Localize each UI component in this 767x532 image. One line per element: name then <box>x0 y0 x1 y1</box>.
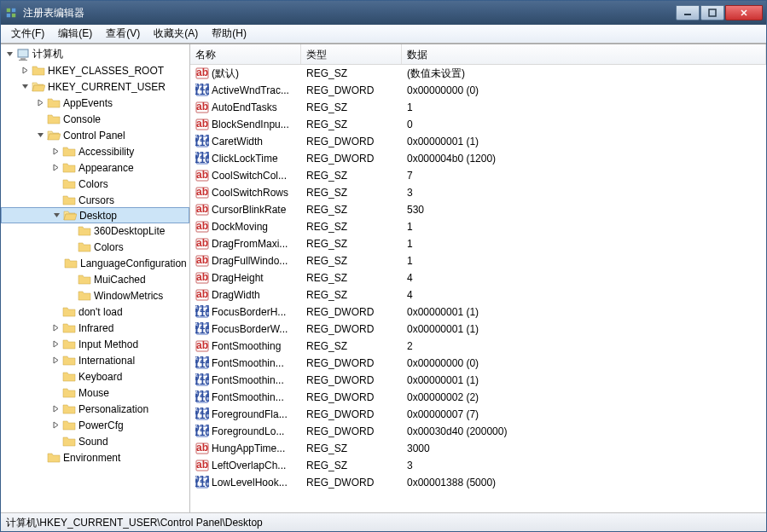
value-type: REG_SZ <box>301 170 402 182</box>
tree-node[interactable]: AppEvents <box>1 95 189 111</box>
tree-toggle-icon[interactable] <box>49 324 62 332</box>
column-header-type[interactable]: 类型 <box>301 44 402 64</box>
list-row[interactable]: abDragFromMaxi...REG_SZ1 <box>190 235 766 252</box>
list-row[interactable]: abBlockSendInpu...REG_SZ0 <box>190 116 766 133</box>
list-row[interactable]: 011110LowLevelHook...REG_DWORD0x00001388… <box>190 474 766 491</box>
list-header: 名称 类型 数据 <box>190 44 766 65</box>
list-row[interactable]: 011110ActiveWndTrac...REG_DWORD0x0000000… <box>190 82 766 99</box>
list-row[interactable]: 011110FocusBorderW...REG_DWORD0x00000001… <box>190 321 766 338</box>
menu-help[interactable]: 帮助(H) <box>205 25 253 43</box>
menu-edit[interactable]: 编辑(E) <box>51 25 99 43</box>
tree-toggle-icon[interactable] <box>33 131 47 139</box>
tree-node[interactable]: Control Panel <box>1 127 189 143</box>
tree-node[interactable]: Desktop <box>1 207 189 223</box>
tree-toggle-icon[interactable] <box>49 356 62 364</box>
list-row[interactable]: ab(默认)REG_SZ(数值未设置) <box>190 65 766 82</box>
list-row[interactable]: 011110FontSmoothin...REG_DWORD0x00000001… <box>190 372 766 389</box>
maximize-button[interactable] <box>700 5 724 20</box>
folder-icon <box>62 402 76 416</box>
tree-node[interactable]: Console <box>1 111 189 127</box>
tree-node[interactable]: Cursors <box>1 192 189 208</box>
tree-toggle-icon[interactable] <box>49 421 62 429</box>
list-row[interactable]: abDragWidthREG_SZ4 <box>190 286 766 304</box>
tree-node[interactable]: Keyboard <box>1 368 189 385</box>
column-header-data[interactable]: 数据 <box>402 44 766 64</box>
menu-favorites[interactable]: 收藏夹(A) <box>147 25 205 43</box>
tree-node[interactable]: Sound <box>1 433 189 449</box>
list-row[interactable]: abHungAppTime...REG_SZ3000 <box>190 440 766 457</box>
value-type: REG_DWORD <box>301 408 402 420</box>
list-row[interactable]: abCoolSwitchRowsREG_SZ3 <box>190 184 766 201</box>
string-value-icon: ab <box>195 459 209 472</box>
list-row[interactable]: abCoolSwitchCol...REG_SZ7 <box>190 167 766 184</box>
svg-text:110: 110 <box>195 85 209 97</box>
tree-node[interactable]: PowerCfg <box>1 417 189 433</box>
tree-node[interactable]: MuiCached <box>1 271 189 287</box>
close-button[interactable] <box>725 5 763 20</box>
value-data: (数值未设置) <box>402 66 766 81</box>
folder-icon <box>62 338 76 351</box>
value-name: LeftOverlapCh... <box>212 460 286 471</box>
svg-text:110: 110 <box>195 426 209 438</box>
list-row[interactable]: 011110ClickLockTimeREG_DWORD0x000004b0 (… <box>190 150 766 167</box>
tree-toggle-icon[interactable] <box>18 83 32 90</box>
list-row[interactable]: 011110FocusBorderH...REG_DWORD0x00000001… <box>190 304 766 321</box>
svg-text:110: 110 <box>195 392 209 404</box>
menu-view[interactable]: 查看(V) <box>99 25 147 43</box>
list-row[interactable]: abAutoEndTasksREG_SZ1 <box>190 99 766 116</box>
tree-node[interactable]: Input Method <box>1 336 189 352</box>
tree-root[interactable]: 计算机 <box>1 46 189 62</box>
folder-icon <box>32 64 45 78</box>
list-row[interactable]: 011110FontSmoothin...REG_DWORD0x00000000… <box>190 355 766 372</box>
tree-node[interactable]: HKEY_CLASSES_ROOT <box>1 62 189 78</box>
string-value-icon: ab <box>195 237 209 251</box>
tree-node[interactable]: Infrared <box>1 320 189 336</box>
list-row[interactable]: abCursorBlinkRateREG_SZ530 <box>190 201 766 218</box>
tree-node[interactable]: Colors <box>1 176 189 192</box>
menu-file[interactable]: 文件(F) <box>4 25 51 43</box>
list-row[interactable]: abFontSmoothingREG_SZ2 <box>190 338 766 355</box>
list-pane[interactable]: 名称 类型 数据 ab(默认)REG_SZ(数值未设置)011110Active… <box>190 44 766 512</box>
list-row[interactable]: abDragHeightREG_SZ4 <box>190 269 766 286</box>
tree-node[interactable]: Mouse <box>1 385 189 401</box>
list-row[interactable]: abDragFullWindo...REG_SZ1 <box>190 252 766 269</box>
tree-node[interactable]: International <box>1 352 189 368</box>
value-data: 2 <box>402 340 766 352</box>
list-row[interactable]: 011110FontSmoothin...REG_DWORD0x00000002… <box>190 389 766 406</box>
string-value-icon: ab <box>195 442 209 455</box>
value-data: 1 <box>402 238 766 250</box>
tree-node[interactable]: 360DesktopLite <box>1 223 189 239</box>
tree-node[interactable]: LanguageConfiguration <box>1 255 189 271</box>
tree-pane[interactable]: 计算机HKEY_CLASSES_ROOTHKEY_CURRENT_USERApp… <box>1 44 190 512</box>
tree-label: AppEvents <box>63 97 116 109</box>
tree-node[interactable]: Personalization <box>1 401 189 417</box>
minimize-button[interactable] <box>676 5 700 20</box>
tree-toggle-icon[interactable] <box>18 66 32 74</box>
tree-node[interactable]: Accessibility <box>1 143 189 159</box>
svg-text:ab: ab <box>196 101 208 113</box>
list-row[interactable]: abLeftOverlapCh...REG_SZ3 <box>190 457 766 474</box>
tree-toggle-icon[interactable] <box>49 147 62 155</box>
column-header-name[interactable]: 名称 <box>190 44 301 64</box>
dword-value-icon: 011110 <box>195 356 209 370</box>
tree-node[interactable]: Colors <box>1 239 189 255</box>
value-type: REG_DWORD <box>301 425 402 437</box>
list-row[interactable]: 011110ForegroundFla...REG_DWORD0x0000000… <box>190 406 766 423</box>
value-data: 0x00000000 (0) <box>402 84 766 96</box>
tree-toggle-icon[interactable] <box>33 99 47 107</box>
tree-node[interactable]: WindowMetrics <box>1 287 189 304</box>
list-row[interactable]: 011110ForegroundLo...REG_DWORD0x00030d40… <box>190 423 766 440</box>
tree-node[interactable]: Appearance <box>1 159 189 176</box>
tree-toggle-icon[interactable] <box>49 164 62 171</box>
tree-toggle-icon[interactable] <box>49 405 62 413</box>
titlebar[interactable]: 注册表编辑器 <box>1 1 766 25</box>
list-row[interactable]: abDockMovingREG_SZ1 <box>190 218 766 235</box>
tree-node[interactable]: HKEY_CURRENT_USER <box>1 78 189 95</box>
list-row[interactable]: 011110CaretWidthREG_DWORD0x00000001 (1) <box>190 133 766 150</box>
tree-toggle-icon[interactable] <box>3 50 16 58</box>
tree-toggle-icon[interactable] <box>49 340 62 348</box>
tree-label: WindowMetrics <box>94 290 166 302</box>
tree-node[interactable]: Environment <box>1 449 189 466</box>
tree-node[interactable]: don't load <box>1 304 189 320</box>
tree-toggle-icon[interactable] <box>49 211 63 219</box>
